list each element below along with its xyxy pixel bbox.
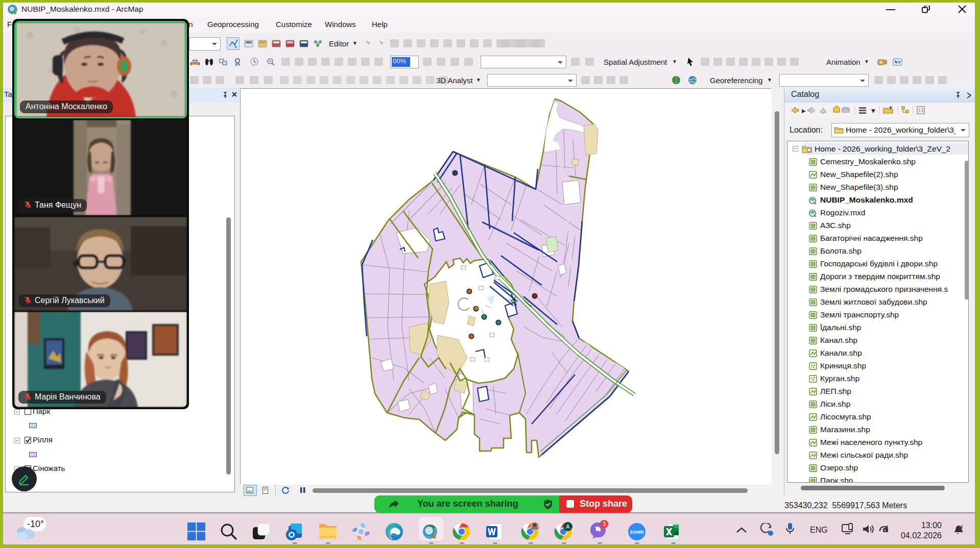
svg-text:3: 3 [603,520,606,528]
svg-text:z: z [961,524,963,529]
svg-text:zoom: zoom [630,529,643,535]
svg-text:A: A [566,524,570,530]
svg-text:XY: XY [235,62,241,66]
